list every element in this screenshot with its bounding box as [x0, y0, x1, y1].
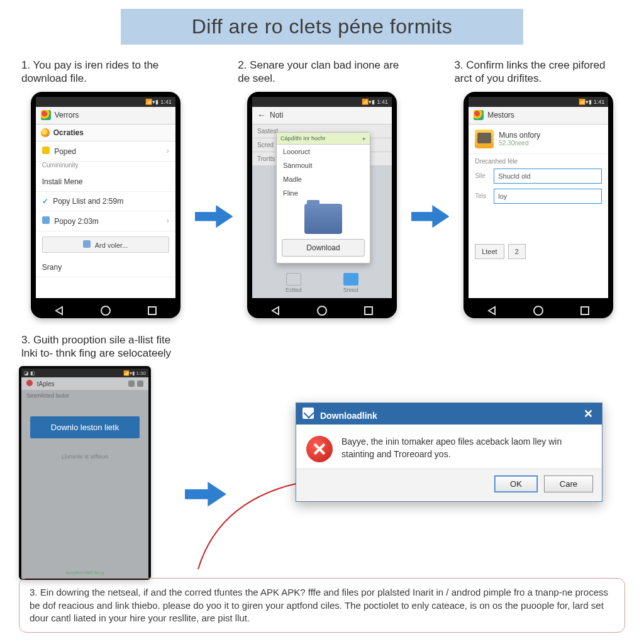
status-time: 1:41: [160, 99, 172, 105]
add-button[interactable]: Ard voler...: [42, 236, 169, 253]
svg-point-2: [318, 306, 326, 315]
popup-option[interactable]: Fline: [277, 186, 370, 200]
person-icon: [42, 147, 50, 154]
tab-saved[interactable]: Sreed: [343, 273, 358, 293]
android-navbar[interactable]: [469, 298, 608, 323]
popup-option[interactable]: Loooruct: [277, 145, 370, 158]
android-navbar[interactable]: [252, 298, 392, 323]
section-label: Drecanhed fèle: [469, 154, 608, 166]
nav-home-icon[interactable]: [100, 305, 111, 316]
error-dialog: Downloadlink ✕ Bayye, the inin tomaker a…: [296, 402, 602, 502]
download-button[interactable]: Download: [282, 239, 365, 257]
item-label: Popoy 2:03m: [54, 217, 99, 226]
footer-note: 3. Ein dowring the netseal, if and the c…: [19, 578, 625, 633]
user-icon: [83, 240, 91, 248]
svg-point-0: [101, 306, 110, 315]
close-icon[interactable]: ✕: [581, 407, 596, 421]
arrow-right-icon: [195, 205, 233, 228]
step1-caption: 1. You pay is iren rides to the download…: [21, 58, 190, 86]
appbar: Mestors: [469, 107, 608, 125]
status-time: 1:41: [594, 99, 605, 105]
statusbar: 📶▾▮ 1:41: [469, 97, 608, 107]
wifi-icon: 📶▾▮: [362, 99, 375, 105]
file-size: 52.30need: [499, 140, 540, 147]
popup-option[interactable]: Sànmouit: [277, 158, 370, 172]
tab-label: Ectted: [286, 287, 302, 293]
chevron-right-icon: ›: [167, 216, 169, 225]
download-link-button[interactable]: Downlo leston lietk: [30, 416, 140, 438]
nav-back-icon[interactable]: [53, 305, 65, 316]
page-button[interactable]: 2: [508, 244, 526, 259]
svg-rect-5: [581, 307, 589, 314]
nav-home-icon[interactable]: [533, 305, 544, 316]
statusbar: 📶▾▮ 1:41: [252, 97, 392, 107]
subtext: Llunsnle st silfteon: [21, 453, 148, 460]
phone-1: 📶▾▮ 1:41 Verrors Ocraties Poped ›: [31, 92, 180, 318]
phone-3: 📶▾▮ 1:41 Mestors Muns onfory 52.30need D…: [464, 92, 613, 318]
small-label: Sesmilcted lsolor: [21, 390, 148, 401]
statusbar: ◪ ◧📶▾▮ 1:30: [21, 369, 148, 377]
secondary-button[interactable]: Lteet: [475, 244, 504, 259]
field-input-1[interactable]: [494, 169, 602, 184]
list-item[interactable]: Instali Mene: [36, 172, 175, 192]
item-label: Srany: [42, 263, 62, 272]
nav-recent-icon[interactable]: [363, 305, 374, 316]
app-title: Mestors: [487, 111, 514, 119]
list-item[interactable]: Srany: [36, 258, 175, 277]
appbar: ← Noti: [252, 107, 392, 125]
popup-title: Cápdíthi Inr hochr: [280, 135, 326, 142]
status-time: 1:41: [377, 99, 388, 105]
download-link-icon: [303, 408, 314, 419]
nav-back-icon[interactable]: [270, 305, 281, 316]
nav-recent-icon[interactable]: [579, 305, 591, 316]
dialog-message: Bayye, the inin tomaker apeo files aceba…: [341, 436, 592, 462]
section-title: Ocraties: [53, 128, 84, 137]
more-icon[interactable]: [137, 380, 143, 387]
step2-caption: 2. Senare your clan bad inone are de see…: [238, 58, 406, 86]
android-navbar[interactable]: [36, 298, 175, 323]
list-item[interactable]: Poped ›: [36, 142, 175, 162]
toolbar-title: tAples: [37, 380, 55, 387]
step3-caption: 3. Confirm links the cree pifored arct o…: [454, 58, 623, 86]
tab-edited[interactable]: Ectted: [286, 273, 302, 293]
page-title: Diff are ro clets péne formits: [121, 9, 523, 45]
error-icon: [306, 436, 333, 462]
statusbar: 📶▾▮ 1:41: [36, 97, 175, 107]
care-button[interactable]: Care: [544, 475, 593, 492]
field-label: Slle: [475, 172, 490, 179]
app-logo-icon: [41, 110, 51, 120]
wifi-icon: 📶▾▮: [579, 99, 592, 105]
wifi-icon: 📶▾▮: [145, 99, 158, 105]
close-icon[interactable]: ▸: [363, 135, 366, 142]
dialog-title: Downloadlink: [320, 411, 377, 421]
app-logo-icon: [474, 110, 484, 120]
dot-icon: [26, 380, 33, 386]
toolbar: tAples: [21, 377, 148, 390]
phone-2: 📶▾▮ 1:41 ← Noti Sastest Scred Trortts Cá…: [247, 92, 397, 318]
item-label: Poped: [54, 147, 76, 156]
nav-recent-icon[interactable]: [147, 305, 158, 316]
app-title: Verrors: [55, 111, 79, 119]
list-item[interactable]: Popoy 2:03m ›: [36, 211, 175, 231]
chevron-right-icon: ›: [167, 147, 169, 155]
field-input-2[interactable]: [494, 189, 602, 204]
item-sublabel: Cumininunity: [36, 162, 175, 172]
step4-caption: 3. Guith prooption sile a-llist fite lnk…: [21, 333, 180, 360]
file-icon: [286, 273, 301, 286]
folder-icon: [343, 273, 358, 286]
back-icon[interactable]: ←: [257, 110, 266, 120]
nav-back-icon[interactable]: [486, 305, 497, 316]
svg-rect-1: [148, 307, 156, 314]
file-name: Muns onfory: [499, 131, 540, 140]
grid-icon[interactable]: [128, 380, 135, 387]
popup-option[interactable]: Madle: [277, 172, 370, 186]
section-header[interactable]: Ocraties: [36, 125, 175, 142]
field-label: Tels: [475, 192, 490, 199]
app-title: Noti: [270, 111, 283, 119]
ok-button[interactable]: OK: [494, 475, 538, 492]
tiny-link[interactable]: lsoryllhn+4tk0 lte rg: [21, 570, 148, 575]
nav-home-icon[interactable]: [316, 305, 328, 316]
item-label: Popy Llist and 2:59m: [53, 197, 123, 206]
check-icon: ✓: [42, 197, 48, 206]
list-item[interactable]: ✓ Popy Llist and 2:59m: [36, 192, 175, 211]
